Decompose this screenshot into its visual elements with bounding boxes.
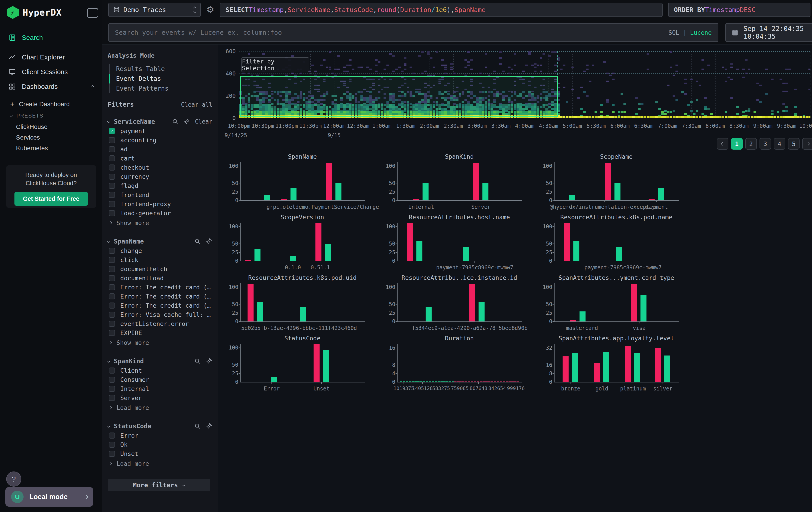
prev-page-button[interactable]: [717, 138, 728, 150]
date-range-picker[interactable]: Sep 14 22:04:35 - Sep 15 10:04:35: [725, 23, 812, 42]
lucene-toggle[interactable]: Lucene: [690, 29, 712, 36]
local-mode-menu[interactable]: U Local mode: [5, 487, 93, 507]
checkbox-unchecked[interactable]: [109, 266, 115, 272]
bar-green[interactable]: [426, 307, 432, 322]
filter-option[interactable]: EXPIRE: [108, 328, 212, 338]
filter-by-selection-button[interactable]: Filter by Selection: [241, 57, 309, 72]
page-button-1[interactable]: 1: [731, 138, 743, 150]
filter-option[interactable]: frontend-proxy: [108, 199, 212, 209]
search-icon[interactable]: [172, 118, 178, 125]
checkbox-unchecked[interactable]: [109, 395, 115, 401]
filter-option[interactable]: Error: The credit card (…: [108, 292, 212, 301]
filter-group-footer[interactable]: Load more: [108, 402, 212, 413]
filter-option[interactable]: load-generator: [108, 209, 212, 218]
bar-red[interactable]: [655, 348, 661, 382]
bar-red[interactable]: [570, 320, 576, 321]
sidebar-item-search[interactable]: Search: [0, 31, 102, 44]
checkbox-unchecked[interactable]: [109, 155, 115, 161]
bar-green[interactable]: [572, 353, 578, 382]
filter-option[interactable]: ad: [108, 145, 212, 154]
checkbox-unchecked[interactable]: [109, 442, 115, 448]
filter-option[interactable]: currency: [108, 172, 212, 181]
checkbox-unchecked[interactable]: [109, 137, 115, 143]
checkbox-unchecked[interactable]: [109, 183, 115, 189]
page-button-5[interactable]: 5: [788, 138, 800, 150]
checkbox-unchecked[interactable]: [109, 293, 115, 299]
filter-option[interactable]: Client: [108, 366, 212, 375]
analysis-mode-event-deltas[interactable]: Event Deltas: [108, 74, 212, 83]
pin-icon[interactable]: [183, 118, 190, 125]
checkbox-unchecked[interactable]: [109, 433, 115, 438]
filter-group-header-StatusCode[interactable]: StatusCode: [108, 421, 212, 431]
bar-red[interactable]: [473, 163, 479, 200]
bar-green[interactable]: [664, 355, 670, 382]
bar-red[interactable]: [625, 346, 631, 382]
select-query[interactable]: SELECT Timestamp, ServiceName, StatusCod…: [220, 3, 663, 17]
clear-all-button[interactable]: Clear all: [181, 101, 212, 108]
checkbox-unchecked[interactable]: [109, 302, 115, 308]
order-by-query[interactable]: ORDER BY Timestamp DESC: [668, 3, 810, 17]
bar-green[interactable]: [580, 312, 586, 321]
checkbox-unchecked[interactable]: [109, 146, 115, 152]
analysis-mode-event-patterns[interactable]: Event Patterns: [108, 83, 212, 93]
checkbox-unchecked[interactable]: [109, 201, 115, 207]
bar-green[interactable]: [658, 188, 664, 200]
checkbox-unchecked[interactable]: [109, 257, 115, 263]
search-icon[interactable]: [194, 358, 201, 365]
filter-group-footer[interactable]: Load more: [108, 458, 212, 468]
bar-red[interactable]: [314, 344, 320, 382]
filter-option[interactable]: accounting: [108, 136, 212, 145]
bar-green[interactable]: [257, 302, 263, 321]
checkbox-unchecked[interactable]: [109, 164, 115, 170]
checkbox-checked[interactable]: ✓: [109, 128, 115, 134]
checkbox-unchecked[interactable]: [109, 173, 115, 180]
filter-option[interactable]: Error: Visa cache full: …: [108, 310, 212, 319]
bar-green[interactable]: [264, 195, 270, 200]
filter-group-header-SpanKind[interactable]: SpanKind: [108, 356, 212, 366]
filter-option[interactable]: flagd: [108, 181, 212, 190]
sidebar-item-chart-explorer[interactable]: Chart Explorer: [0, 51, 102, 64]
bar-green[interactable]: [291, 188, 297, 200]
filter-option[interactable]: Error: The credit card (…: [108, 301, 212, 310]
filter-option[interactable]: documentFetch: [108, 265, 212, 274]
checkbox-unchecked[interactable]: [109, 284, 115, 290]
bar-red[interactable]: [594, 363, 600, 382]
filter-option[interactable]: Internal: [108, 384, 212, 393]
bar-red[interactable]: [469, 284, 475, 321]
bar-green[interactable]: [254, 249, 260, 261]
bar-green[interactable]: [323, 350, 329, 382]
next-page-button[interactable]: [802, 138, 812, 150]
more-filters-button[interactable]: More filters: [108, 479, 210, 491]
bar-green[interactable]: [463, 247, 469, 261]
bar-green[interactable]: [482, 183, 488, 200]
bar-red[interactable]: [248, 284, 254, 321]
page-button-4[interactable]: 4: [774, 138, 785, 150]
sql-toggle[interactable]: SQL: [668, 29, 679, 36]
events-heatmap[interactable]: [239, 51, 810, 118]
filter-option[interactable]: click: [108, 255, 212, 265]
sidebar-item-kubernetes[interactable]: Kubernetes: [0, 143, 102, 154]
bar-red[interactable]: [407, 223, 413, 261]
filter-option[interactable]: Consumer: [108, 375, 212, 384]
filter-option[interactable]: Error: The credit card (…: [108, 283, 212, 292]
bar-green[interactable]: [614, 183, 620, 200]
bar-red[interactable]: [281, 199, 287, 200]
page-button-3[interactable]: 3: [759, 138, 771, 150]
search-icon[interactable]: [194, 423, 201, 429]
sidebar-item-dashboards[interactable]: Dashboards: [0, 80, 102, 93]
bar-green[interactable]: [416, 241, 423, 261]
checkbox-unchecked[interactable]: [109, 192, 115, 198]
checkbox-unchecked[interactable]: [109, 377, 115, 383]
filter-group-header-SpanName[interactable]: SpanName: [108, 236, 212, 246]
pin-icon[interactable]: [206, 358, 212, 365]
create-dashboard-button[interactable]: + Create Dashboard: [0, 99, 102, 110]
filter-option[interactable]: Unset: [108, 449, 212, 458]
checkbox-unchecked[interactable]: [109, 330, 115, 336]
collapse-sidebar-icon[interactable]: [87, 8, 98, 18]
page-button-2[interactable]: 2: [745, 138, 757, 150]
bar-red[interactable]: [564, 223, 570, 261]
sidebar-item-clickhouse[interactable]: ClickHouse: [0, 122, 102, 132]
search-input[interactable]: Search your events w/ Lucene ex. column:…: [108, 23, 718, 42]
checkbox-unchecked[interactable]: [109, 210, 115, 216]
bar-green[interactable]: [300, 307, 306, 322]
